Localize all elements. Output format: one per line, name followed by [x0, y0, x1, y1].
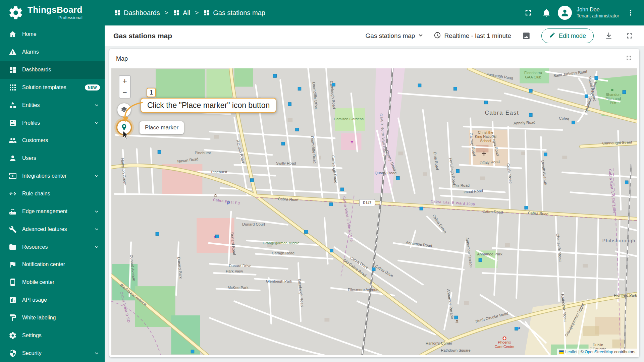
gas-station-marker[interactable]	[529, 113, 532, 117]
gas-station-marker[interactable]	[298, 87, 301, 90]
timewindow-label: Realtime - last 1 minute	[444, 32, 511, 40]
breadcrumb-item-dashboards[interactable]: Dashboards	[114, 9, 160, 17]
gas-station-marker[interactable]	[456, 169, 460, 173]
download-button[interactable]	[603, 30, 614, 42]
dashboard-image-button[interactable]	[521, 30, 532, 42]
gas-station-marker[interactable]	[396, 177, 399, 180]
gas-station-marker[interactable]	[479, 258, 482, 262]
sidebar-item-api-usage[interactable]: API usage	[0, 291, 105, 309]
dashboard-fullscreen-button[interactable]	[624, 30, 635, 42]
more-menu-kebab-button[interactable]	[624, 6, 637, 19]
sidebar-item-solution-templates[interactable]: Solution templatesNEW	[0, 79, 105, 97]
medical-cross-icon	[502, 336, 506, 340]
map-attribution: Leaflet | © OpenStreetMap contributors	[557, 349, 637, 355]
gas-station-marker[interactable]	[529, 89, 532, 93]
advanced-icon	[9, 225, 17, 233]
gas-station-marker[interactable]	[156, 232, 159, 236]
person-icon	[560, 8, 570, 17]
timewindow-button[interactable]: Realtime - last 1 minute	[434, 32, 511, 41]
sidebar-item-home[interactable]: Home	[0, 25, 105, 43]
gas-station-marker[interactable]	[454, 316, 458, 319]
breadcrumb: Dashboards>All>Gas stations map	[114, 9, 265, 17]
sidebar-item-users[interactable]: Users	[0, 149, 105, 167]
thingsboard-app: ThingsBoard Professional Dashboards>All>…	[0, 0, 644, 362]
sidebar-item-entities[interactable]: Entities	[0, 96, 105, 114]
breadcrumb-label: Dashboards	[124, 9, 160, 17]
widget-expand-button[interactable]	[625, 54, 633, 63]
breadcrumb-item-all[interactable]: All	[173, 9, 190, 17]
gas-station-marker[interactable]	[525, 206, 528, 209]
sidebar-item-security[interactable]: Security	[0, 344, 105, 362]
gas-station-marker[interactable]	[418, 84, 421, 87]
gas-station-marker[interactable]	[515, 327, 518, 330]
ukraine-flag-icon	[559, 350, 564, 354]
gas-station-marker[interactable]	[330, 249, 333, 252]
dashboard-state-select[interactable]: Gas stations map	[366, 32, 425, 41]
gas-station-marker[interactable]	[296, 128, 299, 131]
dashboard-state-select-value: Gas stations map	[366, 32, 415, 40]
edit-mode-button[interactable]: Edit mode	[541, 28, 594, 43]
gas-station-marker[interactable]	[585, 95, 588, 98]
gas-station-marker[interactable]	[158, 150, 161, 154]
sidebar-item-rule-chains[interactable]: Rule chains	[0, 185, 105, 203]
chevron-icon	[93, 102, 100, 109]
dashboards-icon	[203, 9, 210, 16]
gas-station-marker[interactable]	[340, 188, 344, 191]
gas-station-marker[interactable]	[250, 179, 254, 182]
gas-station-marker[interactable]	[625, 181, 628, 184]
sidebar-item-label: Settings	[22, 333, 42, 339]
fullscreen-toggle-button[interactable]	[522, 6, 535, 19]
gas-station-marker[interactable]	[288, 103, 291, 106]
sidebar-item-dashboards[interactable]: Dashboards	[0, 61, 105, 79]
gas-station-marker[interactable]	[329, 203, 333, 206]
sidebar-item-alarms[interactable]: Alarms	[0, 43, 105, 61]
gas-station-marker[interactable]	[484, 101, 488, 104]
map-container[interactable]: PP Saint Jarlath's RoadFassaugh RoadMoun…	[111, 68, 637, 355]
gas-station-marker[interactable]	[572, 121, 575, 124]
chevron-icon	[93, 173, 100, 179]
chevron-icon	[93, 120, 100, 126]
user-avatar[interactable]	[558, 6, 572, 20]
zoom-in-button[interactable]: +	[119, 76, 130, 87]
gas-station-marker[interactable]	[215, 235, 219, 238]
sidebar-item-profiles[interactable]: Profiles	[0, 114, 105, 132]
gas-station-marker[interactable]	[305, 230, 308, 234]
map-label: Park View	[226, 269, 243, 273]
gas-station-marker[interactable]	[273, 74, 277, 77]
sidebar-item-advanced-features[interactable]: Advanced features	[0, 220, 105, 238]
sidebar-item-notification-center[interactable]: Notification center	[0, 256, 105, 274]
dashboard-area: Map	[105, 46, 644, 362]
leaflet-link[interactable]: Leaflet	[565, 350, 577, 354]
zoom-out-button[interactable]: −	[119, 87, 130, 98]
gas-station-marker[interactable]	[453, 87, 457, 90]
gas-station-marker[interactable]	[332, 83, 335, 86]
map-label: Cabra East	[485, 110, 519, 116]
sidebar-item-integrations-center[interactable]: Integrations center	[0, 167, 105, 185]
gas-station-marker[interactable]	[281, 142, 285, 145]
gas-station-marker[interactable]	[372, 267, 375, 271]
breadcrumb-item-gas-stations-map[interactable]: Gas stations map	[203, 9, 265, 17]
map-label: Grangegorman Middle	[263, 241, 299, 245]
sidebar-item-white-labeling[interactable]: White labeling	[0, 309, 105, 327]
grid-icon	[9, 83, 17, 92]
security-icon	[9, 349, 17, 357]
sidebar-item-label: Profiles	[22, 120, 40, 126]
sidebar-item-label: White labeling	[22, 315, 56, 321]
brand-logo[interactable]: ThingsBoard Professional	[0, 5, 105, 20]
gas-station-marker[interactable]	[420, 207, 423, 210]
sidebar-item-settings[interactable]: Settings	[0, 326, 105, 344]
gas-station-marker[interactable]	[595, 76, 598, 80]
openstreetmap-link[interactable]: OpenStreetMap	[585, 350, 613, 354]
page-title: Gas stations map	[113, 32, 172, 40]
image-icon	[522, 32, 531, 40]
pencil-icon	[549, 32, 555, 38]
notifications-bell-button[interactable]	[540, 6, 553, 19]
sidebar-item-mobile-center[interactable]: Mobile center	[0, 274, 105, 291]
gas-station-marker[interactable]	[544, 153, 547, 156]
gas-station-marker[interactable]	[623, 90, 626, 94]
sidebar-item-resources[interactable]: Resources	[0, 238, 105, 256]
sidebar-item-edge-management[interactable]: Edge management	[0, 202, 105, 220]
gas-station-marker[interactable]	[191, 350, 194, 353]
map-label: Caragh Road	[272, 251, 294, 255]
sidebar-item-customers[interactable]: Customers	[0, 132, 105, 149]
